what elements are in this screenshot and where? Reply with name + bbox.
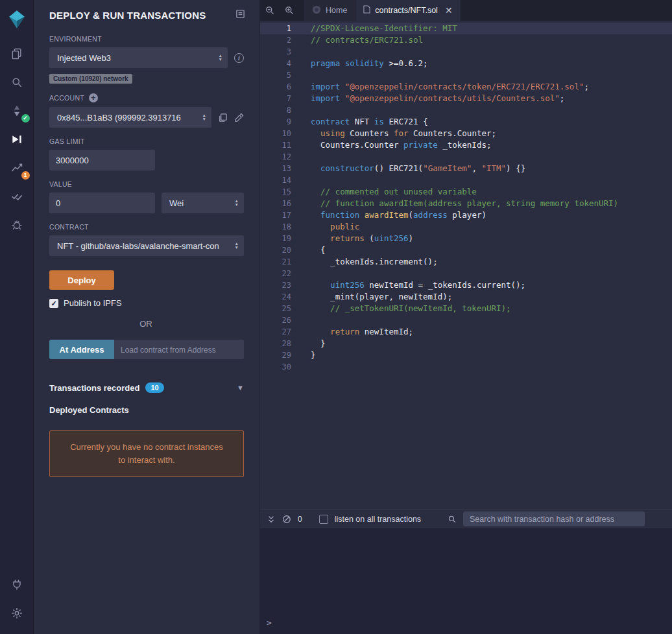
- chevron-updown-icon: ▲▼: [219, 54, 222, 62]
- unit-testing-icon[interactable]: [6, 185, 28, 207]
- code-line-16[interactable]: 16 // function awardItem(address player,…: [260, 198, 672, 209]
- file-explorer-icon[interactable]: [6, 43, 28, 65]
- code-line-9[interactable]: 9contract NFT is ERC721 {: [260, 116, 672, 128]
- code-line-8[interactable]: 8: [260, 104, 672, 116]
- zoom-in-icon[interactable]: [280, 0, 299, 21]
- code-line-4[interactable]: 4pragma solidity >=0.6.2;: [260, 58, 672, 69]
- value-label: VALUE: [49, 180, 244, 188]
- settings-icon[interactable]: [6, 602, 28, 624]
- gas-limit-input[interactable]: [49, 150, 155, 170]
- contract-select[interactable]: NFT - github/ava-labs/avalanche-smart-co…: [49, 235, 244, 256]
- code-text: function awardItem(address player): [294, 209, 486, 221]
- plugin-manager-icon[interactable]: [6, 574, 28, 596]
- code-editor[interactable]: 1//SPDX-License-Identifier: MIT2// contr…: [260, 21, 672, 509]
- code-line-5[interactable]: 5: [260, 69, 672, 81]
- clear-console-icon[interactable]: [282, 515, 291, 524]
- deployed-contracts-label: Deployed Contracts: [49, 405, 244, 415]
- line-number: 27: [260, 326, 294, 338]
- value-unit-select[interactable]: Wei ▲▼: [162, 193, 244, 213]
- code-text: //SPDX-License-Identifier: MIT: [294, 23, 457, 34]
- code-line-15[interactable]: 15 // commented out unused variable: [260, 186, 672, 198]
- account-select[interactable]: 0x845...B1aB3 (999992.3913716 ▲▼: [49, 107, 211, 128]
- chevron-down-icon[interactable]: ▼: [237, 384, 244, 392]
- tab-bar: Home contracts/NFT.sol ✕: [260, 0, 672, 21]
- line-number: 9: [260, 116, 294, 128]
- sign-message-icon[interactable]: [234, 113, 244, 123]
- line-number: 8: [260, 104, 294, 116]
- contract-label: CONTRACT: [49, 223, 244, 231]
- code-line-18[interactable]: 18 public: [260, 221, 672, 233]
- zoom-out-icon[interactable]: [260, 0, 280, 21]
- value-input[interactable]: [49, 193, 155, 213]
- code-line-17[interactable]: 17 function awardItem(address player): [260, 209, 672, 221]
- solidity-compiler-icon[interactable]: ✓: [6, 100, 28, 122]
- code-line-3[interactable]: 3: [260, 46, 672, 58]
- code-line-19[interactable]: 19 returns (uint256): [260, 233, 672, 244]
- tab-contracts-nft-sol[interactable]: contracts/NFT.sol ✕: [355, 0, 461, 21]
- code-line-20[interactable]: 20 {: [260, 244, 672, 256]
- code-line-12[interactable]: 12: [260, 151, 672, 163]
- copy-account-icon[interactable]: [218, 113, 228, 123]
- line-number: 6: [260, 81, 294, 93]
- code-line-1[interactable]: 1//SPDX-License-Identifier: MIT: [260, 23, 672, 34]
- line-number: 22: [260, 268, 294, 279]
- listen-transactions-checkbox[interactable]: [319, 515, 328, 524]
- analysis-icon[interactable]: 1: [6, 157, 28, 179]
- publish-ipfs-checkbox[interactable]: ✓: [49, 299, 58, 308]
- search-icon[interactable]: [6, 71, 28, 93]
- at-address-input[interactable]: [114, 340, 244, 359]
- code-line-6[interactable]: 6import "@openzeppelin/contracts/token/E…: [260, 81, 672, 93]
- contract-value: NFT - github/ava-labs/avalanche-smart-co…: [57, 241, 231, 251]
- deploy-run-icon[interactable]: [6, 128, 28, 150]
- terminal-search-icon: [448, 515, 457, 524]
- terminal-search-input[interactable]: [463, 511, 645, 526]
- code-line-21[interactable]: 21 _tokenIds.increment();: [260, 256, 672, 268]
- documentation-icon[interactable]: [235, 9, 245, 21]
- code-line-22[interactable]: 22: [260, 268, 672, 279]
- tab-home[interactable]: Home: [304, 0, 355, 21]
- expand-terminal-icon[interactable]: [267, 515, 276, 524]
- code-line-11[interactable]: 11 Counters.Counter private _tokenIds;: [260, 139, 672, 151]
- code-line-7[interactable]: 7import "@openzeppelin/contracts/utils/C…: [260, 93, 672, 104]
- code-line-26[interactable]: 26: [260, 314, 672, 326]
- deploy-button[interactable]: Deploy: [49, 270, 114, 290]
- create-account-icon[interactable]: +: [89, 93, 98, 102]
- line-number: 11: [260, 139, 294, 151]
- code-line-13[interactable]: 13 constructor() ERC721("GameItem", "ITM…: [260, 163, 672, 174]
- line-number: 20: [260, 244, 294, 256]
- terminal-prompt: >: [267, 618, 272, 628]
- code-line-24[interactable]: 24 _mint(player, newItemId);: [260, 291, 672, 303]
- code-text: uint256 newItemId = _tokenIds.current();: [294, 279, 525, 291]
- code-line-27[interactable]: 27 return newItemId;: [260, 326, 672, 338]
- activity-bar: ✓1: [0, 0, 34, 634]
- line-number: 23: [260, 279, 294, 291]
- code-line-23[interactable]: 23 uint256 newItemId = _tokenIds.current…: [260, 279, 672, 291]
- deploy-run-panel: DEPLOY & RUN TRANSACTIONS ENVIRONMENT In…: [34, 0, 259, 634]
- code-line-2[interactable]: 2// contracts/ERC721.sol: [260, 34, 672, 46]
- at-address-button[interactable]: At Address: [49, 340, 114, 359]
- line-number: 28: [260, 338, 294, 349]
- account-value: 0x845...B1aB3 (999992.3913716: [57, 113, 198, 123]
- close-tab-icon[interactable]: ✕: [445, 6, 453, 15]
- publish-ipfs-label: Publish to IPFS: [64, 298, 122, 308]
- code-text: returns (uint256): [294, 233, 413, 244]
- code-line-28[interactable]: 28 }: [260, 338, 672, 349]
- code-text: // commented out unused variable: [294, 186, 477, 198]
- code-text: _tokenIds.increment();: [294, 256, 438, 268]
- code-line-14[interactable]: 14: [260, 174, 672, 186]
- transactions-recorded-row[interactable]: Transactions recorded 10 ▼: [49, 382, 244, 393]
- code-line-10[interactable]: 10 using Counters for Counters.Counter;: [260, 128, 672, 139]
- code-text: [294, 361, 311, 373]
- environment-value: Injected Web3: [57, 53, 215, 63]
- environment-select[interactable]: Injected Web3 ▲▼: [49, 47, 228, 68]
- home-tab-icon: [312, 5, 321, 16]
- code-line-29[interactable]: 29}: [260, 349, 672, 361]
- code-text: [294, 314, 311, 326]
- line-number: 10: [260, 128, 294, 139]
- remix-logo: [6, 8, 28, 30]
- environment-info-icon[interactable]: i: [234, 53, 244, 63]
- code-line-30[interactable]: 30: [260, 361, 672, 373]
- terminal[interactable]: >: [260, 528, 672, 634]
- debugger-icon[interactable]: [6, 214, 28, 236]
- code-line-25[interactable]: 25 // _setTokenURI(newItemId, tokenURI);: [260, 303, 672, 314]
